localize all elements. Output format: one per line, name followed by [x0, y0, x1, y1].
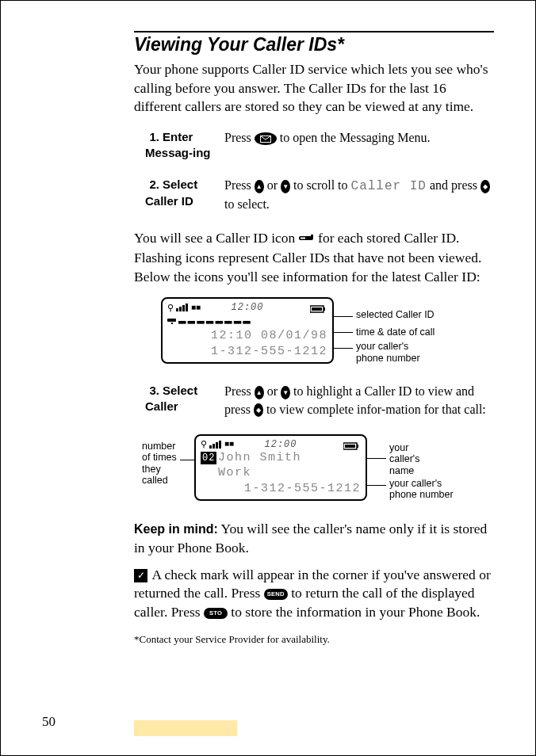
down-arrow-icon: ▼ — [281, 180, 290, 193]
annot-count-l4: called — [142, 475, 168, 486]
annot-phone2-l1: your caller's — [389, 478, 442, 489]
step-3: 3.Select Caller Press ▲ or ▼ to highligh… — [145, 383, 494, 418]
mid-paragraph: You will see a Caller ID icon for each s… — [134, 229, 494, 286]
svg-rect-6 — [312, 307, 322, 311]
step-2: 2.Select Caller ID Press ▲ or ▼ to scrol… — [145, 177, 494, 213]
cid-icon-selected — [167, 314, 177, 328]
mid-para-a: You will see a Caller ID icon — [134, 230, 299, 246]
cid-icon: ▬ — [188, 314, 196, 328]
annot-phone-l2: phone number — [356, 353, 420, 364]
annot-name: your caller's name — [389, 442, 420, 476]
svg-rect-2 — [301, 238, 305, 239]
steps-list-2: 3.Select Caller Press ▲ or ▼ to highligh… — [145, 383, 494, 418]
screen1-phone: 1-312-555-1212 — [167, 344, 327, 360]
leader-line — [334, 348, 353, 349]
annot-name-l1: your — [389, 442, 408, 453]
step-3-number: 3. — [145, 383, 159, 399]
caller-name-1: John Smith — [218, 450, 361, 466]
annot-phone-l1: your caller's — [356, 341, 408, 352]
step-2-text-c: to scroll to — [290, 178, 350, 192]
status-bar-2: ⚲ ■■ 12:00 — [201, 439, 361, 450]
step-3-label: 3.Select Caller — [145, 383, 224, 418]
cid-icon: ▬ — [197, 314, 205, 328]
svg-rect-5 — [324, 307, 325, 311]
svg-rect-10 — [357, 445, 358, 448]
page-number: 50 — [42, 714, 56, 730]
svg-rect-8 — [171, 323, 173, 324]
annot-name-l3: name — [389, 465, 414, 476]
step-2-text-e: to select. — [224, 197, 270, 211]
signal-icon — [209, 441, 221, 449]
step-2-number: 2. — [145, 177, 159, 193]
up-arrow-icon: ▲ — [255, 180, 264, 193]
clock-1: 12:00 — [231, 302, 263, 313]
antenna-icon: ⚲ — [167, 303, 174, 313]
phone-screen-2: ⚲ ■■ 12:00 02 John Smith Work 1-312-555-… — [194, 434, 367, 502]
battery-icon-1 — [310, 303, 326, 317]
leader-line — [334, 332, 353, 333]
step-3-body: Press ▲ or ▼ to highlight a Caller ID to… — [224, 383, 494, 418]
status-squares: ■■ — [191, 304, 201, 312]
cid-icon: ▬ — [224, 314, 232, 328]
cid-icon: ▬ — [206, 314, 214, 328]
annot-timedate: time & date of call — [356, 326, 435, 338]
step-3-text-d: to view complete infor-mation for that c… — [263, 403, 486, 416]
cid-icon: ▬ — [215, 314, 223, 328]
check-text-c: to store the information in your Phone B… — [228, 604, 480, 620]
leader-line — [367, 485, 386, 486]
send-button-icon: SEND — [264, 589, 288, 600]
step-1-text-a: Press — [224, 131, 255, 144]
keep-in-mind: Keep in mind: You will see the caller's … — [134, 520, 494, 557]
highlight-bar — [134, 720, 237, 736]
screen-1-wrap: ⚲ ■■ 12:00 ▬▬▬▬▬▬▬▬ 12:10 08/01/98 1-312… — [134, 297, 494, 364]
checkmark-paragraph: ✓ A check mark will appear in the corner… — [134, 566, 494, 622]
up-arrow-icon: ▲ — [255, 386, 264, 399]
leader-line — [334, 316, 353, 317]
signal-icon — [176, 304, 188, 311]
battery-icon-2 — [343, 440, 359, 454]
down-arrow-icon: ▼ — [281, 386, 290, 399]
caller-id-icon-row: ▬▬▬▬▬▬▬▬ — [167, 314, 327, 328]
annot-phone-2: your caller's phone number — [389, 478, 454, 501]
select-icon: ◆ — [254, 403, 263, 417]
keep-label: Keep in mind: — [134, 522, 218, 536]
step-2-label: 2.Select Caller ID — [145, 177, 224, 213]
select-icon: ◆ — [480, 180, 490, 193]
step-2-text-a: Press — [224, 178, 255, 192]
caller-id-phone-icon — [299, 230, 315, 249]
svg-rect-11 — [345, 445, 355, 448]
steps-list: 1.Enter Messag-ing Press to open the Mes… — [145, 129, 494, 213]
step-3-text-a: Press — [224, 384, 255, 398]
screen-2-wrap: number of times they called ⚲ ■■ 12:00 0… — [134, 434, 494, 502]
annot-name-l2: caller's — [389, 453, 420, 464]
step-1-label: 1.Enter Messag-ing — [145, 129, 224, 162]
annot-count-l2: of times — [142, 452, 177, 463]
messaging-icon — [255, 132, 277, 145]
cid-icon: ▬ — [178, 314, 186, 328]
screen1-datetime: 12:10 08/01/98 — [167, 328, 327, 344]
page-content: Viewing Your Caller IDs* Your phone supp… — [1, 1, 535, 662]
step-1-body: Press to open the Messaging Menu. — [224, 129, 494, 162]
step-1-number: 1. — [145, 129, 159, 145]
annot-phone2-l2: phone number — [389, 489, 454, 500]
section-title: Viewing Your Caller IDs* — [134, 31, 494, 55]
intro-paragraph: Your phone supports Caller ID service wh… — [134, 60, 494, 116]
svg-rect-7 — [167, 319, 176, 322]
step-2-body: Press ▲ or ▼ to scroll to Caller ID and … — [224, 177, 494, 213]
caller-name-2: Work — [218, 465, 361, 481]
sto-button-icon: STO — [204, 608, 228, 619]
step-2-text-b: or — [264, 178, 281, 192]
cid-icon: ▬ — [243, 314, 251, 328]
footnote: *Contact your Service Provider for avail… — [134, 633, 494, 646]
step-1-text-b: to open the Messaging Menu. — [277, 131, 431, 144]
annot-count-l3: they — [142, 464, 161, 475]
checkmark-icon: ✓ — [134, 569, 147, 582]
annot-count-l1: number — [142, 441, 175, 452]
status-bar-1: ⚲ ■■ 12:00 — [167, 302, 327, 313]
phone-screen-1: ⚲ ■■ 12:00 ▬▬▬▬▬▬▬▬ 12:10 08/01/98 1-312… — [161, 297, 334, 364]
antenna-icon: ⚲ — [201, 439, 207, 449]
annot-count: number of times they called — [142, 441, 177, 487]
svg-rect-3 — [311, 235, 313, 237]
caller-id-mono: Caller ID — [351, 179, 427, 193]
leader-line — [367, 458, 386, 459]
